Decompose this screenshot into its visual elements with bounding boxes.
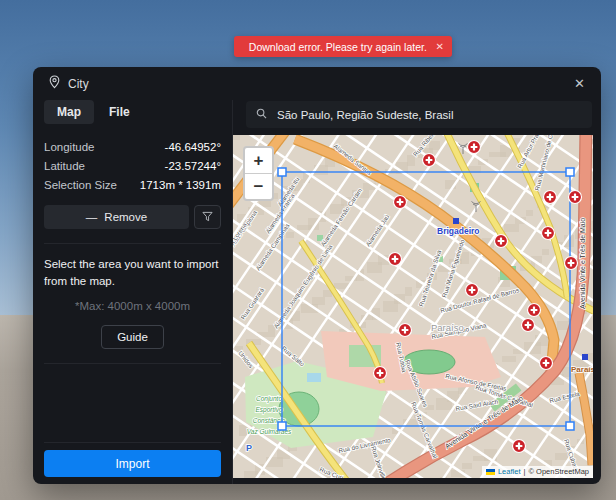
station-marker	[468, 141, 481, 154]
station-marker	[389, 253, 402, 266]
building-block	[504, 224, 519, 232]
station-marker	[544, 191, 557, 204]
remove-selection-button[interactable]: — Remove	[44, 205, 189, 229]
station-marker	[394, 196, 407, 209]
instruction-text: Select the area you want to import from …	[44, 256, 221, 289]
station-marker	[495, 235, 508, 248]
station-marker	[399, 324, 412, 337]
building-block	[233, 135, 240, 140]
selection-handle[interactable]	[278, 168, 286, 176]
divider	[44, 442, 221, 443]
error-toast: Download error. Please try again later. …	[234, 36, 452, 57]
selection-handle[interactable]	[278, 422, 286, 430]
dialog-header: City ✕	[33, 67, 601, 100]
building-block	[542, 249, 549, 255]
tab-bar: Map File	[44, 100, 221, 128]
toast-close-icon[interactable]: ✕	[436, 41, 444, 52]
leaflet-map[interactable]: Alameda SantosRua SaltoUnidosAlameda Itu…	[233, 135, 593, 478]
dialog-body: Map File Longitude -46.64952° Latitude -…	[33, 100, 601, 484]
attribution-separator: |	[523, 467, 525, 476]
location-pin-icon	[49, 75, 60, 92]
remove-label: Remove	[104, 211, 147, 223]
selection-size-value: 1713m * 1391m	[140, 179, 221, 191]
latitude-value: -23.57244°	[165, 160, 221, 172]
search-icon	[256, 108, 267, 122]
building-block	[407, 155, 415, 166]
search-input[interactable]	[275, 108, 582, 122]
station-marker	[528, 304, 541, 317]
divider	[44, 243, 221, 244]
station-marker	[569, 191, 582, 204]
left-panel: Map File Longitude -46.64952° Latitude -…	[33, 100, 232, 484]
metro-station-icon	[453, 218, 459, 224]
station-marker	[423, 154, 436, 167]
ukraine-flag-icon	[486, 469, 495, 475]
zoom-in-button[interactable]: +	[245, 148, 272, 174]
map-attribution: Leaflet | © OpenStreetMap	[482, 466, 593, 478]
toast-message: Download error. Please try again later.	[246, 41, 430, 53]
longitude-label: Longitude	[44, 141, 95, 153]
field-longitude: Longitude -46.64952°	[44, 141, 221, 153]
building-block	[526, 210, 533, 216]
import-button[interactable]: Import	[44, 450, 221, 477]
guide-button[interactable]: Guide	[101, 325, 164, 349]
spacer	[44, 364, 221, 442]
latitude-label: Latitude	[44, 160, 85, 172]
street-label: Paraís	[571, 365, 593, 374]
building-block	[312, 297, 325, 305]
station-marker	[466, 284, 479, 297]
funnel-icon	[202, 210, 213, 225]
osm-attribution[interactable]: © OpenStreetMap	[528, 467, 589, 476]
building-block	[502, 356, 516, 362]
building-block	[286, 232, 294, 238]
street-label: P	[246, 443, 252, 453]
pool	[307, 373, 321, 382]
building-block	[405, 287, 412, 296]
field-selection-size: Selection Size 1713m * 1391m	[44, 179, 221, 191]
dialog-title: City	[68, 77, 89, 91]
building-block	[429, 141, 440, 150]
street-label: Brigadeiro	[437, 226, 480, 236]
tab-file[interactable]: File	[96, 100, 143, 124]
zoom-out-button[interactable]: −	[245, 174, 272, 199]
max-size-note: *Max: 4000m x 4000m	[44, 300, 221, 312]
street-label: Paraíso	[431, 322, 464, 333]
street-label: Avenida Vinte e Três de Maio	[579, 218, 586, 309]
metro-station-icon	[582, 354, 588, 360]
right-panel: Alameda SantosRua SaltoUnidosAlameda Itu…	[232, 100, 601, 484]
city-import-dialog: City ✕ Map File Longitude -46.64952° Lat…	[33, 67, 601, 484]
search-box	[246, 101, 592, 128]
station-marker	[540, 357, 553, 370]
station-marker	[542, 227, 555, 240]
guide-wrap: Guide	[44, 325, 221, 349]
map-viewport[interactable]: Alameda SantosRua SaltoUnidosAlameda Itu…	[233, 135, 593, 478]
station-marker	[374, 367, 387, 380]
selection-size-label: Selection Size	[44, 179, 117, 191]
station-marker	[565, 257, 578, 270]
map-zoom-control: + −	[243, 146, 274, 201]
minus-icon: —	[86, 211, 98, 223]
street-label: Conjunto	[256, 395, 282, 403]
coordinate-fields: Longitude -46.64952° Latitude -23.57244°…	[44, 141, 221, 198]
selection-actions: — Remove	[44, 205, 221, 229]
station-marker	[513, 440, 526, 453]
station-marker	[522, 319, 535, 332]
building-block	[462, 463, 472, 469]
leaflet-link[interactable]: Leaflet	[498, 467, 521, 476]
selection-handle[interactable]	[566, 168, 574, 176]
field-latitude: Latitude -23.57244°	[44, 160, 221, 172]
longitude-value: -46.64952°	[165, 141, 221, 153]
street-label: Esportivo	[255, 406, 282, 414]
selection-handle[interactable]	[566, 422, 574, 430]
dialog-close-icon[interactable]: ✕	[574, 76, 585, 91]
tab-map[interactable]: Map	[44, 100, 94, 124]
filter-button[interactable]	[194, 205, 221, 229]
